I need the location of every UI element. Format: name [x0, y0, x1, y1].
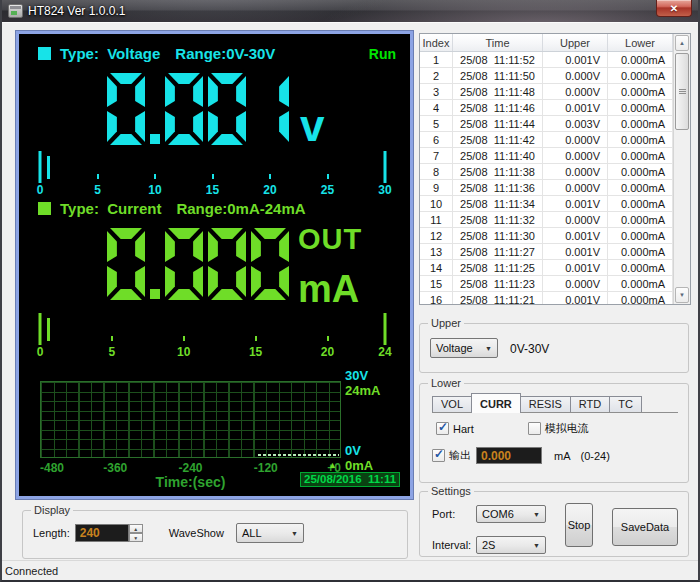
table-row[interactable]: 5 25/08 11:11:44 0.003V 0.000mA: [420, 116, 690, 132]
spinner-down-button[interactable]: ▼: [129, 533, 143, 542]
length-input[interactable]: 240: [75, 524, 129, 542]
current-header: Type: Current Range:0mA-24mA: [38, 200, 306, 217]
column-header[interactable]: Lower: [608, 34, 673, 51]
table-row[interactable]: 6 25/08 11:11:42 0.000V 0.000mA: [420, 132, 690, 148]
cell-time: 25/08 11:11:30: [453, 228, 543, 243]
window-title: HT824 Ver 1.0.0.1: [28, 4, 125, 18]
table-row[interactable]: 2 25/08 11:11:50 0.000V 0.000mA: [420, 68, 690, 84]
cell-upper: 0.001V: [543, 228, 608, 243]
lower-tab[interactable]: TC: [609, 396, 642, 412]
x-axis-tick-label: -360: [103, 461, 127, 475]
cell-lower: 0.000mA: [608, 276, 673, 291]
scroll-down-button[interactable]: ▼: [675, 287, 689, 303]
lower-tab[interactable]: RESIS: [520, 396, 571, 412]
graph-ymax-voltage: 30V: [345, 368, 368, 383]
cell-lower: 0.000mA: [608, 132, 673, 147]
settings-group-title: Settings: [428, 485, 474, 497]
cell-lower: 0.000mA: [608, 84, 673, 99]
table-row[interactable]: 7 25/08 11:11:40 0.000V 0.000mA: [420, 148, 690, 164]
table-row[interactable]: 1 25/08 11:11:52 0.001V 0.000mA: [420, 52, 690, 68]
cell-index: 16: [420, 292, 453, 305]
cell-upper: 0.001V: [543, 100, 608, 115]
table-row[interactable]: 16 25/08 11:11:21 0.001V 0.000mA: [420, 292, 690, 305]
table-row[interactable]: 3 25/08 11:11:48 0.000V 0.000mA: [420, 84, 690, 100]
cell-time: 25/08 11:11:42: [453, 132, 543, 147]
table-row[interactable]: 13 25/08 11:11:27 0.001V 0.000mA: [420, 244, 690, 260]
cell-index: 4: [420, 100, 453, 115]
waveshow-label: WaveShow: [169, 527, 224, 539]
cell-lower: 0.000mA: [608, 244, 673, 259]
table-row[interactable]: 10 25/08 11:11:34 0.001V 0.000mA: [420, 196, 690, 212]
lower-tab[interactable]: VOL: [432, 396, 472, 412]
interval-select[interactable]: 2S ▼: [476, 536, 546, 554]
table-row[interactable]: 4 25/08 11:11:46 0.001V 0.000mA: [420, 100, 690, 116]
table-scrollbar[interactable]: ▲ ▼: [673, 34, 690, 304]
scrollbar-thumb[interactable]: [675, 53, 689, 130]
spinner-up-button[interactable]: ▲: [129, 524, 143, 533]
output-value-input[interactable]: 0.000: [476, 447, 542, 464]
waveshow-select[interactable]: ALL ▼: [236, 523, 304, 543]
column-header[interactable]: Upper: [543, 34, 608, 51]
port-select[interactable]: COM6 ▼: [476, 505, 546, 523]
table-row[interactable]: 15 25/08 11:11:23 0.000V 0.000mA: [420, 276, 690, 292]
chevron-down-icon: ▼: [527, 542, 540, 549]
column-header[interactable]: Index: [420, 34, 453, 51]
table-row[interactable]: 12 25/08 11:11:30 0.001V 0.000mA: [420, 228, 690, 244]
app-icon: [8, 4, 23, 18]
thumb-grip-icon: [679, 89, 686, 94]
lower-tab[interactable]: CURR: [471, 393, 521, 413]
interval-value: 2S: [482, 539, 495, 551]
voltage-unit-label: v: [300, 104, 324, 148]
stop-button[interactable]: Stop: [565, 503, 593, 547]
cell-time: 25/08 11:11:21: [453, 292, 543, 305]
graph-x-axis-labels: -480-360-240-120+0: [40, 461, 341, 474]
lower-tab[interactable]: RTD: [570, 396, 610, 412]
cell-upper: 0.001V: [543, 292, 608, 305]
time-cursor-icon: ▲: [328, 460, 337, 470]
cell-lower: 0.000mA: [608, 228, 673, 243]
cell-time: 25/08 11:11:25: [453, 260, 543, 275]
length-label: Length:: [33, 527, 70, 539]
title-bar: HT824 Ver 1.0.0.1 ✕: [2, 0, 698, 22]
cell-upper: 0.000V: [543, 132, 608, 147]
graph-ymax-current: 24mA: [345, 383, 380, 398]
cell-upper: 0.000V: [543, 68, 608, 83]
table-row[interactable]: 9 25/08 11:11:36 0.000V 0.000mA: [420, 180, 690, 196]
voltage-scale: 051015202530: [40, 151, 385, 197]
connection-status: Connected: [5, 565, 58, 577]
status-bar: Connected: [2, 560, 698, 580]
upper-type-select[interactable]: Voltage ▼: [430, 338, 498, 358]
output-row: ✓ 输出 0.000 mA (0-24): [432, 447, 610, 464]
simulate-current-checkbox[interactable]: ✓: [528, 422, 541, 435]
cell-index: 10: [420, 196, 453, 211]
cell-index: 2: [420, 68, 453, 83]
cell-time: 25/08 11:11:44: [453, 116, 543, 131]
hart-checkbox[interactable]: ✓: [436, 422, 449, 435]
table-row[interactable]: 14 25/08 11:11:25 0.001V 0.000mA: [420, 260, 690, 276]
close-button[interactable]: ✕: [656, 0, 692, 17]
lower-group: Lower VOLCURRRESISRTDTC ✓ Hart ✓ 模拟电流 ✓ …: [419, 383, 689, 483]
cell-upper: 0.001V: [543, 260, 608, 275]
cell-lower: 0.000mA: [608, 260, 673, 275]
output-checkbox[interactable]: ✓: [432, 449, 445, 462]
table-row[interactable]: 11 25/08 11:11:32 0.000V 0.000mA: [420, 212, 690, 228]
save-data-button[interactable]: SaveData: [612, 508, 678, 546]
cell-time: 25/08 11:11:52: [453, 52, 543, 67]
cell-lower: 0.000mA: [608, 196, 673, 211]
table-row[interactable]: 8 25/08 11:11:38 0.000V 0.000mA: [420, 164, 690, 180]
cell-time: 25/08 11:11:27: [453, 244, 543, 259]
x-axis-tick-label: -480: [40, 461, 64, 475]
cell-upper: 0.000V: [543, 180, 608, 195]
voltage-range-label: Range:0V-30V: [175, 45, 275, 62]
spinner-down-icon: ▼: [133, 535, 138, 541]
display-controls-row: Length: 240 ▲ ▼ WaveShow ALL ▼: [33, 523, 304, 543]
run-status: Run: [369, 46, 396, 62]
column-header[interactable]: Time: [453, 34, 543, 51]
scroll-up-button[interactable]: ▲: [675, 35, 689, 51]
cell-upper: 0.001V: [543, 196, 608, 211]
length-spinner[interactable]: ▲ ▼: [129, 524, 143, 542]
cell-time: 25/08 11:11:34: [453, 196, 543, 211]
spinner-up-icon: ▲: [133, 526, 138, 532]
current-indicator-icon: [38, 202, 51, 215]
cell-index: 7: [420, 148, 453, 163]
